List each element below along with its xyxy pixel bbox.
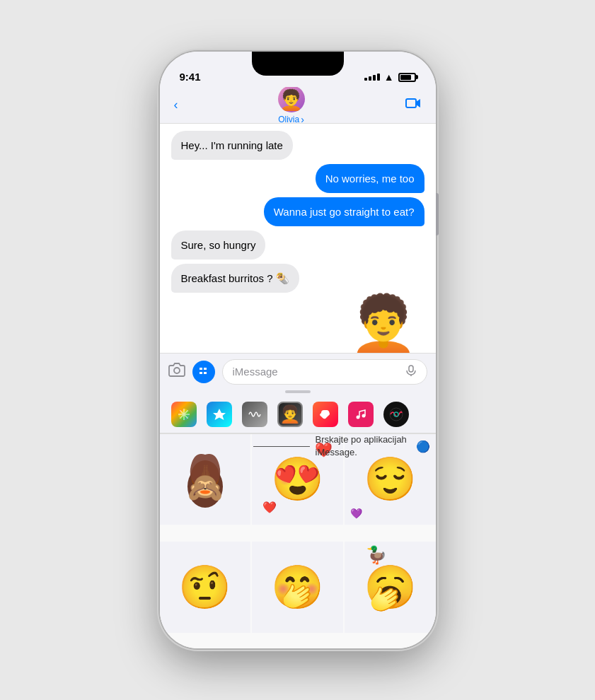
sticker-5[interactable]: 🤭 <box>252 542 343 633</box>
tray-audio-button[interactable] <box>242 402 267 427</box>
annotation-line <box>253 446 310 447</box>
signal-icon <box>364 74 380 81</box>
input-placeholder: iMessage <box>233 366 278 378</box>
message-bubble-2: No worries, me too <box>316 164 424 193</box>
status-time: 9:41 <box>180 71 201 83</box>
drag-indicator <box>285 390 311 393</box>
tray-memoji-button[interactable]: 🧑‍🦱 <box>277 402 303 427</box>
message-bubble-5: Breakfast burritos ? 🌯 <box>171 264 299 293</box>
message-bubble-1: Hey... I'm running late <box>171 131 293 160</box>
tray-stickers-button[interactable] <box>313 402 338 427</box>
tray-photos-button[interactable] <box>171 402 197 427</box>
annotation: Brskajte po aplikacijah iMessage. <box>253 433 415 459</box>
nav-bar: ‹ 🧑‍🦱 Olivia <box>160 87 436 124</box>
contact-header[interactable]: 🧑‍🦱 Olivia <box>278 86 305 125</box>
svg-rect-2 <box>409 366 413 372</box>
video-call-button[interactable] <box>405 95 422 116</box>
main-content: Hey... I'm running late No worries, me t… <box>160 124 436 648</box>
svg-rect-0 <box>406 99 416 107</box>
status-icons: ▲ <box>364 71 416 83</box>
mic-icon[interactable] <box>405 365 417 379</box>
svg-text:🙈: 🙈 <box>187 470 223 504</box>
sticker-1[interactable]: 🙏 🙈 <box>160 434 251 525</box>
side-button <box>436 193 439 235</box>
svg-point-7 <box>390 408 403 421</box>
camera-icon[interactable] <box>168 361 185 383</box>
memoji-sticker: 🧑‍🦱 <box>348 297 419 353</box>
messages-area: Hey... I'm running late No worries, me t… <box>160 124 436 353</box>
sticker-grid: 🙏 🙈 😍 ❤️ ❤️ 😌 🔵 💜 🤨 <box>160 434 436 649</box>
message-input[interactable]: iMessage <box>222 359 427 385</box>
battery-icon <box>398 73 416 82</box>
back-button[interactable]: ‹ <box>174 98 178 112</box>
sticker-4[interactable]: 🤨 <box>160 542 251 633</box>
message-bubble-4: Sure, so hungry <box>171 231 266 259</box>
app-tray: 🧑‍🦱 <box>160 396 436 433</box>
input-area: iMessage <box>160 353 436 390</box>
svg-point-5 <box>356 415 359 419</box>
message-bubble-3: Wanna just go straight to eat? <box>264 197 424 226</box>
wifi-icon: ▲ <box>384 71 394 83</box>
tray-activity-button[interactable] <box>383 402 409 427</box>
avatar-memoji: 🧑‍🦱 <box>279 91 304 110</box>
apps-icon[interactable] <box>192 361 215 383</box>
tray-music-button[interactable] <box>348 402 374 427</box>
avatar: 🧑‍🦱 <box>278 86 305 112</box>
tray-appstore-button[interactable] <box>207 402 232 427</box>
svg-point-6 <box>362 414 365 417</box>
svg-point-1 <box>174 368 180 373</box>
annotation-text: Brskajte po aplikacijah iMessage. <box>316 433 415 459</box>
sticker-6[interactable]: 🥱 🦆 <box>345 542 436 633</box>
